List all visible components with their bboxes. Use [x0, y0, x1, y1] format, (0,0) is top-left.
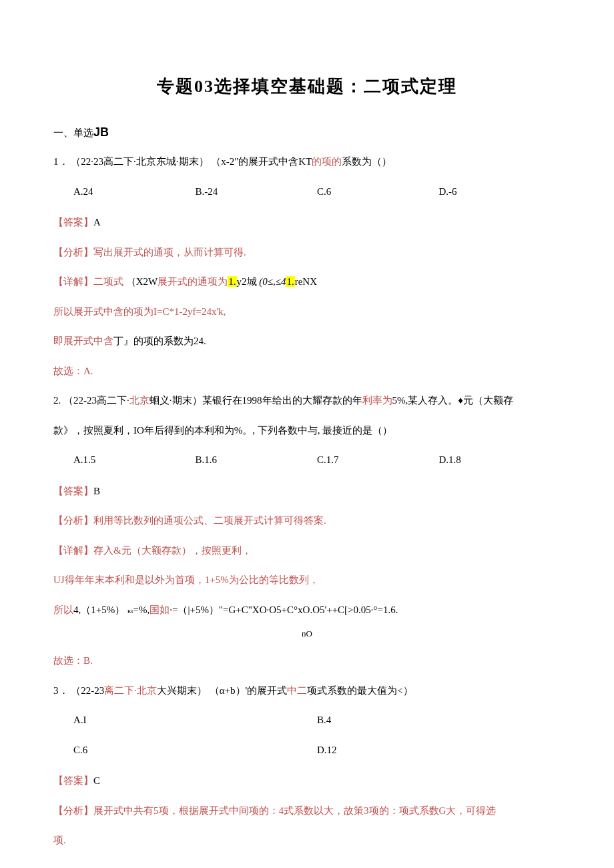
q1-detail: 【详解】二项式 （X2W展开式的通项为1.y2城 (0≤,≤41.reNX	[53, 270, 561, 294]
q2-answer-val: B	[93, 486, 100, 496]
q3-src1: （22-23	[71, 685, 104, 696]
section-prefix: 一、单选	[53, 127, 93, 138]
answer-label: 【答案】	[53, 486, 93, 496]
q2-line4a: 所以	[53, 604, 73, 615]
q1-stem-red: 的项的	[312, 156, 342, 167]
q2-opt-b: B.1.6	[196, 448, 318, 472]
q3-answer-val: C	[93, 775, 100, 786]
q2-options: A.1.5 B.1.6 C.1.7 D.1.8	[73, 448, 561, 472]
q1-opt-b: B.-24	[196, 180, 318, 203]
analysis-label: 【分析】	[53, 805, 93, 816]
analysis-label: 【分析】	[53, 515, 93, 526]
q2-stem-line1: 2. （22-23高二下·北京蛔义·期末）某银行在1998年给出的大耀存款的年利…	[53, 389, 561, 412]
q2-number: 2.	[53, 395, 61, 406]
q1-analysis: 【分析】写出展开式的通项，从而计算可得.	[53, 241, 561, 264]
analysis-label: 【分析】	[53, 247, 93, 258]
q1-answer-val: A	[93, 217, 101, 228]
q1-choose: 故选：A.	[53, 360, 561, 383]
q1-analysis-text: 写出展开式的通项，从而计算可得.	[93, 247, 246, 258]
q1-line2: 即展开式中含丁』的项的系数为24.	[53, 330, 561, 353]
q2-line4: 所以4,（1+5%） κι=%,国如·=（|+5%）"=G+C"XO·O5+C°…	[53, 598, 561, 622]
q1-opt-d: D.-6	[439, 180, 561, 203]
q1-line2b: 丁』的项的系数为24.	[113, 336, 206, 346]
q1-line1: 所以展开式中含的项为I=C*1-2yf=24x'k,	[53, 300, 561, 324]
q2-line4d: =%,	[133, 604, 149, 615]
q2-opt-d: D.1.8	[439, 448, 561, 472]
q2-line4e: 国如	[149, 604, 170, 615]
q2-choose: 故选：B.	[53, 649, 561, 673]
answer-label: 【答案】	[53, 775, 93, 786]
q3-src2: 离二下·	[104, 685, 137, 696]
q2-line4f: ·=（|+5%）"=G+C"XO·O5+C°xO.O5'++C[>0.05·°=…	[170, 604, 398, 615]
section-bold: JB	[93, 125, 109, 139]
q3-answer: 【答案】C	[53, 769, 561, 793]
q2-stem-line2: 款》，按照夏利，IO年后得到的本利和为%。, 下列各数中与, 最接近的是（）	[53, 419, 561, 442]
q1-stem-text: （x-2"的展开式中含KT	[211, 156, 312, 167]
q1-det-mid3: y2城	[237, 276, 260, 287]
q3-opt-c: C.6	[73, 739, 317, 762]
q3-opt-b: B.4	[317, 709, 561, 732]
q3-number: 3．	[53, 685, 69, 696]
q3-opt-d: D.12	[317, 739, 561, 762]
q1-line2a: 即展开式中含	[53, 336, 113, 346]
q1-det-mid2: 展开式的通项为	[158, 276, 228, 287]
q1-answer: 【答案】A	[53, 211, 561, 234]
q3-analysis-end: 项.	[53, 829, 561, 852]
q2-opt-c: C.1.7	[317, 448, 439, 472]
q1-hl2: 1.	[286, 276, 294, 287]
q2-answer: 【答案】B	[53, 480, 561, 503]
q2-src3: 蛔义·期末）某银行在1998年给出的大耀存款的年	[149, 395, 362, 406]
document-title: 专题03选择填空基础题：二项式定理	[53, 67, 561, 107]
q3-stem-r: 中二	[287, 685, 307, 696]
q2-src5: 5%,某人存入。♦元（大额存	[392, 395, 513, 406]
q3-stem-text: （α+b）'的展开式	[210, 685, 288, 696]
q1-det-end: reNX	[295, 276, 317, 287]
q3-analysis: 【分析】展开式中共有5项，根据展开式中间项的：4式系数以大，故策3项的：项式系数…	[53, 799, 561, 823]
q1-options: A.24 B.-24 C.6 D.-6	[73, 180, 561, 203]
q1-opt-c: C.6	[317, 180, 439, 203]
q3-analysis-text: 展开式中共有5项，根据展开式中间项的：4式系数以大，故策3项的：项式系数G大，可…	[93, 805, 496, 816]
q3-stem: 3． （22-23离二下·北京大兴期末） （α+b）'的展开式中二项式系数的最大…	[53, 679, 561, 703]
q2-detail-text: 存入&元（大额存款），按照更利，	[93, 545, 252, 556]
q2-opt-a: A.1.5	[73, 448, 196, 472]
q2-detail: 【详解】存入&元（大额存款），按照更利，	[53, 539, 561, 562]
q2-line3: UJ得年年末本利和是以外为首项，1+5%为公比的等比数列，	[53, 568, 561, 592]
q2-src4: 利率为	[362, 395, 392, 406]
q3-src4: 大兴期末）	[157, 685, 207, 696]
section-header: 一、单选JB	[53, 119, 561, 146]
detail-label: 【详解】	[53, 276, 93, 287]
q1-source: （22·23高二下·北京东城·期末）	[71, 156, 208, 167]
q1-opt-a: A.24	[73, 180, 196, 203]
q2-analysis: 【分析】利用等比数列的通项公式、二项展开式计算可得答案.	[53, 509, 561, 532]
q1-number: 1．	[53, 156, 69, 167]
detail-label: 【详解】	[53, 545, 93, 556]
q2-src1: （22-23高二下·	[63, 395, 129, 406]
q1-stem-end: 系数为（）	[342, 156, 392, 167]
q2-src2: 北京	[129, 395, 149, 406]
q1-det-mid: （X2W	[123, 276, 158, 287]
q1-hl1: 1.	[228, 276, 236, 287]
answer-label: 【答案】	[53, 217, 93, 228]
q3-stem-e: 项式系数的最大值为<）	[307, 685, 412, 696]
q2-line4b: 4,（1+5%）	[73, 604, 125, 615]
q1-det-pre: 二项式	[93, 276, 123, 287]
q3-opt-a: A.I	[73, 709, 317, 732]
q1-det-ital: (0≤,≤4	[259, 276, 286, 287]
q3-src3: 北京	[137, 685, 157, 696]
q2-sub: nO	[53, 624, 561, 644]
q2-analysis-text: 利用等比数列的通项公式、二项展开式计算可得答案.	[93, 515, 326, 526]
q1-stem: 1． （22·23高二下·北京东城·期末） （x-2"的展开式中含KT的项的系数…	[53, 150, 561, 173]
q3-options: A.I B.4 C.6 D.12	[73, 709, 561, 761]
